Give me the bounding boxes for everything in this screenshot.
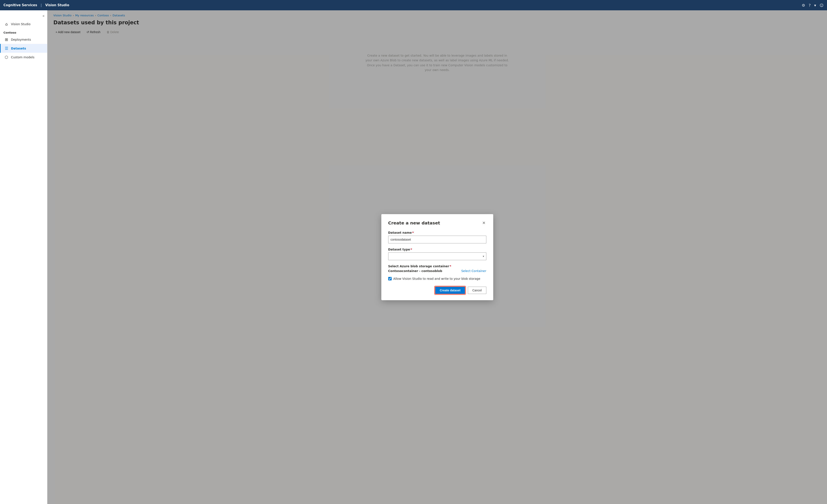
cancel-button[interactable]: Cancel	[468, 287, 486, 294]
custom-models-icon: ⬡	[4, 55, 9, 59]
brand-label: Cognitive Services	[3, 3, 37, 7]
sidebar-item-vision-studio[interactable]: ⌂ Vision Studio	[0, 19, 47, 29]
dataset-name-label: Dataset name*	[388, 231, 486, 234]
dataset-name-input[interactable]	[388, 236, 486, 243]
dataset-type-group: Dataset type* ▾	[388, 248, 486, 260]
sidebar-item-label: Datasets	[11, 47, 26, 50]
content-area: Vision Studio › My resources › Contoso ›…	[47, 10, 827, 504]
sidebar-section-label: Contoso	[0, 29, 47, 35]
checkbox-row: Allow Vision Studio to read and write to…	[388, 277, 486, 281]
sidebar-item-custom-models[interactable]: ⬡ Custom models	[0, 53, 47, 61]
sidebar-item-label: Vision Studio	[11, 22, 31, 26]
nav-brand: Cognitive Services | Vision Studio	[3, 3, 69, 7]
dataset-type-label: Dataset type*	[388, 248, 486, 251]
create-dataset-modal: Create a new dataset ✕ Dataset name* Dat…	[381, 214, 493, 300]
dataset-name-group: Dataset name*	[388, 231, 486, 243]
sidebar-item-label: Custom models	[11, 55, 35, 59]
settings-icon[interactable]: ⚙	[801, 3, 805, 7]
dataset-type-select-wrapper: ▾	[388, 252, 486, 260]
user-icon[interactable]: ☺	[820, 3, 824, 7]
modal-close-button[interactable]: ✕	[481, 220, 486, 226]
nav-divider: |	[41, 3, 42, 7]
sidebar-collapse-button[interactable]: «	[0, 12, 47, 19]
blob-access-checkbox[interactable]	[388, 277, 392, 281]
required-star-type: *	[410, 248, 412, 251]
help-icon[interactable]: ?	[809, 3, 811, 7]
azure-blob-label: Select Azure blob storage container*	[388, 264, 486, 268]
sidebar: « ⌂ Vision Studio Contoso ⊞ Deployments …	[0, 10, 47, 504]
container-name-label: Contosocontainer - contosoblob	[388, 269, 442, 273]
main-layout: « ⌂ Vision Studio Contoso ⊞ Deployments …	[0, 10, 827, 504]
top-nav: Cognitive Services | Vision Studio ⚙ ? ▾…	[0, 0, 827, 10]
product-label: Vision Studio	[45, 3, 69, 7]
sidebar-item-label: Deployments	[11, 38, 31, 41]
select-container-link[interactable]: Select Container	[461, 269, 486, 273]
sidebar-item-deployments[interactable]: ⊞ Deployments	[0, 35, 47, 44]
sidebar-item-datasets[interactable]: ☰ Datasets	[0, 44, 47, 53]
dataset-type-select[interactable]	[388, 252, 486, 260]
modal-header: Create a new dataset ✕	[388, 220, 486, 226]
required-star-blob: *	[449, 264, 451, 268]
azure-blob-group: Select Azure blob storage container* Con…	[388, 264, 486, 273]
nav-icons: ⚙ ? ▾ ☺	[801, 3, 824, 7]
create-dataset-button[interactable]: Create dataset	[435, 287, 465, 294]
modal-overlay: Create a new dataset ✕ Dataset name* Dat…	[47, 10, 827, 504]
deployments-icon: ⊞	[4, 37, 9, 42]
modal-title: Create a new dataset	[388, 220, 440, 225]
blob-access-label: Allow Vision Studio to read and write to…	[393, 277, 480, 281]
modal-footer: Create dataset Cancel	[388, 287, 486, 294]
required-star-name: *	[412, 231, 414, 234]
home-icon: ⌂	[4, 22, 9, 26]
dropdown-icon[interactable]: ▾	[814, 3, 816, 7]
container-row: Contosocontainer - contosoblob Select Co…	[388, 269, 486, 273]
datasets-icon: ☰	[4, 46, 9, 51]
